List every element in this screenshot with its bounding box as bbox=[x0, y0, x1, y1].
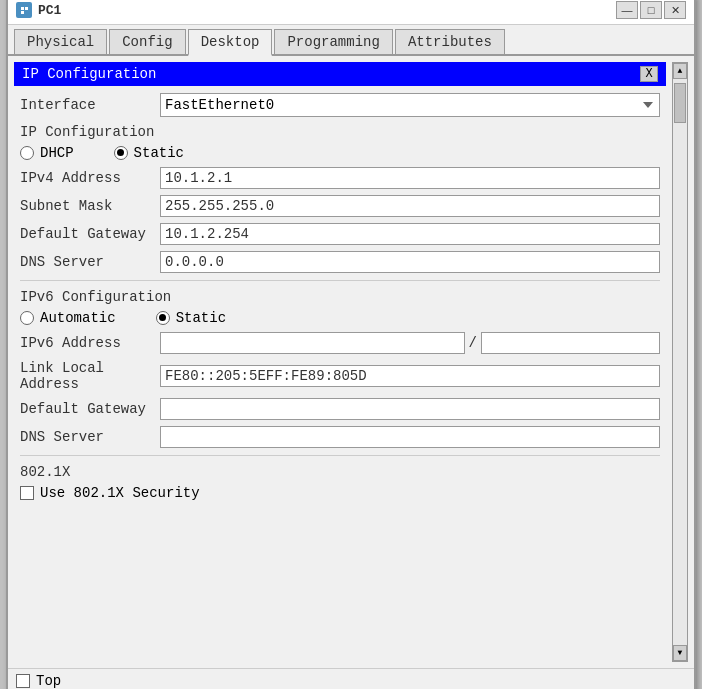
ipv6-address-row: IPv6 Address / bbox=[14, 329, 666, 357]
dns-server-ipv4-label: DNS Server bbox=[20, 254, 160, 270]
tab-config[interactable]: Config bbox=[109, 29, 185, 54]
scroll-track[interactable] bbox=[673, 79, 687, 645]
ipv6-auto-label: Automatic bbox=[40, 310, 116, 326]
tab-programming[interactable]: Programming bbox=[274, 29, 392, 54]
window-icon bbox=[16, 2, 32, 18]
dot1x-label: Use 802.1X Security bbox=[40, 485, 200, 501]
ipv4-address-label: IPv4 Address bbox=[20, 170, 160, 186]
dot1x-checkbox-row: Use 802.1X Security bbox=[14, 482, 666, 504]
ipv4-address-input[interactable] bbox=[160, 167, 660, 189]
default-gateway-ipv4-row: Default Gateway bbox=[14, 220, 666, 248]
ipv4-radio-row: DHCP Static bbox=[14, 142, 666, 164]
close-button[interactable]: ✕ bbox=[664, 1, 686, 19]
dhcp-radio-circle bbox=[20, 146, 34, 160]
link-local-input[interactable] bbox=[160, 365, 660, 387]
link-local-label: Link Local Address bbox=[20, 360, 160, 392]
default-gateway-ipv6-row: Default Gateway bbox=[14, 395, 666, 423]
maximize-button[interactable]: □ bbox=[640, 1, 662, 19]
ipv6-static-radio[interactable]: Static bbox=[156, 310, 226, 326]
ipv6-prefix-input[interactable] bbox=[481, 332, 660, 354]
dns-server-ipv4-row: DNS Server bbox=[14, 248, 666, 276]
window-title: PC1 bbox=[38, 3, 616, 18]
static-label: Static bbox=[134, 145, 184, 161]
subnet-mask-input[interactable] bbox=[160, 195, 660, 217]
scroll-up-btn[interactable]: ▲ bbox=[673, 63, 687, 79]
default-gateway-ipv4-label: Default Gateway bbox=[20, 226, 160, 242]
subnet-mask-row: Subnet Mask bbox=[14, 192, 666, 220]
default-gateway-ipv6-label: Default Gateway bbox=[20, 401, 160, 417]
scroll-down-btn[interactable]: ▼ bbox=[673, 645, 687, 661]
ipv6-radio-row: Automatic Static bbox=[14, 307, 666, 329]
ip-config-close[interactable]: X bbox=[640, 66, 658, 82]
ip-config-title: IP Configuration bbox=[22, 66, 156, 82]
slash-divider: / bbox=[469, 335, 477, 351]
top-label: Top bbox=[36, 673, 61, 689]
ipv6-input-group: / bbox=[160, 332, 660, 354]
bottom-bar: Top bbox=[8, 668, 694, 690]
ip-config-header: IP Configuration X bbox=[14, 62, 666, 86]
default-gateway-ipv4-input[interactable] bbox=[160, 223, 660, 245]
ipv6-auto-radio[interactable]: Automatic bbox=[20, 310, 116, 326]
ipv4-section-title: IP Configuration bbox=[14, 120, 666, 142]
minimize-button[interactable]: — bbox=[616, 1, 638, 19]
interface-label: Interface bbox=[20, 97, 160, 113]
title-bar: PC1 — □ ✕ bbox=[8, 0, 694, 25]
interface-row: Interface FastEthernet0 bbox=[14, 90, 666, 120]
dns-server-ipv6-input[interactable] bbox=[160, 426, 660, 448]
dhcp-radio[interactable]: DHCP bbox=[20, 145, 74, 161]
top-checkbox[interactable] bbox=[16, 674, 30, 688]
ipv6-dot1x-divider bbox=[20, 455, 660, 456]
ipv6-address-label: IPv6 Address bbox=[20, 335, 160, 351]
tab-bar: Physical Config Desktop Programming Attr… bbox=[8, 25, 694, 56]
scrollbar[interactable]: ▲ ▼ bbox=[672, 62, 688, 662]
svg-rect-3 bbox=[21, 11, 24, 14]
dhcp-label: DHCP bbox=[40, 145, 74, 161]
tab-attributes[interactable]: Attributes bbox=[395, 29, 505, 54]
main-panel: IP Configuration X Interface FastEtherne… bbox=[14, 62, 666, 662]
svg-rect-1 bbox=[21, 7, 24, 10]
static-radio-circle bbox=[114, 146, 128, 160]
content-area: IP Configuration X Interface FastEtherne… bbox=[8, 56, 694, 668]
tab-desktop[interactable]: Desktop bbox=[188, 29, 273, 56]
dot1x-section-title: 802.1X bbox=[14, 460, 666, 482]
scroll-thumb[interactable] bbox=[674, 83, 686, 123]
dns-server-ipv6-label: DNS Server bbox=[20, 429, 160, 445]
ipv6-address-main-input[interactable] bbox=[160, 332, 465, 354]
ipv6-section-title: IPv6 Configuration bbox=[14, 285, 666, 307]
main-window: PC1 — □ ✕ Physical Config Desktop Progra… bbox=[6, 0, 696, 689]
dns-server-ipv6-row: DNS Server bbox=[14, 423, 666, 451]
interface-select[interactable]: FastEthernet0 bbox=[160, 93, 660, 117]
dns-server-ipv4-input[interactable] bbox=[160, 251, 660, 273]
ipv6-static-radio-circle bbox=[156, 311, 170, 325]
dot1x-checkbox[interactable] bbox=[20, 486, 34, 500]
ipv6-static-label: Static bbox=[176, 310, 226, 326]
svg-rect-2 bbox=[25, 7, 28, 10]
subnet-mask-label: Subnet Mask bbox=[20, 198, 160, 214]
window-controls: — □ ✕ bbox=[616, 1, 686, 19]
ipv6-auto-radio-circle bbox=[20, 311, 34, 325]
tab-physical[interactable]: Physical bbox=[14, 29, 107, 54]
default-gateway-ipv6-input[interactable] bbox=[160, 398, 660, 420]
ipv4-ipv6-divider bbox=[20, 280, 660, 281]
static-radio[interactable]: Static bbox=[114, 145, 184, 161]
ipv4-address-row: IPv4 Address bbox=[14, 164, 666, 192]
link-local-row: Link Local Address bbox=[14, 357, 666, 395]
